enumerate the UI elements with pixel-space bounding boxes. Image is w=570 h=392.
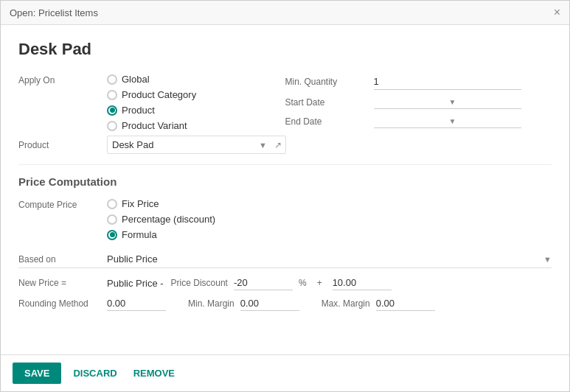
radio-percentage-circle	[107, 214, 117, 225]
min-margin-group: Min. Margin	[188, 296, 299, 311]
max-margin-input[interactable]	[376, 296, 435, 311]
min-margin-label: Min. Margin	[188, 298, 234, 309]
radio-fix-price[interactable]: Fix Price	[107, 198, 552, 209]
based-on-value: Public Price	[107, 253, 543, 265]
radio-percentage-label: Percentage (discount)	[122, 214, 215, 225]
rounding-label: Rounding Method	[18, 298, 107, 309]
product-external-link-icon[interactable]: ↗	[271, 137, 285, 153]
end-date-label: End Date	[285, 116, 374, 127]
dialog-title: Open: Pricelist Items	[10, 7, 98, 18]
radio-global[interactable]: Global	[107, 74, 285, 85]
compute-price-options: Fix Price Percentage (discount) Formula	[107, 198, 552, 240]
new-price-label: New Price =	[18, 278, 107, 288]
radio-product-category-label: Product Category	[122, 89, 196, 100]
product-input[interactable]	[108, 136, 255, 153]
section-divider	[18, 164, 552, 165]
apply-on-options: Global Product Category Product Pro	[107, 74, 285, 131]
max-margin-group: Max. Margin	[322, 296, 435, 311]
radio-formula-circle	[107, 230, 117, 240]
start-date-arrow-icon: ▼	[449, 98, 521, 106]
compute-price-row: Compute Price Fix Price Percentage (disc…	[18, 198, 552, 240]
min-quantity-label: Min. Quantity	[285, 77, 374, 87]
date-section: Min. Quantity Start Date ▼ End D	[285, 74, 552, 136]
title-bar: Open: Pricelist Items ×	[1, 1, 569, 25]
min-quantity-row: Min. Quantity	[285, 74, 552, 90]
start-date-label: Start Date	[285, 97, 374, 108]
end-date-arrow-icon: ▼	[449, 117, 521, 125]
percent-unit-label: %	[299, 278, 307, 288]
price-computation-title: Price Computation	[18, 175, 552, 188]
footer: SAVE DISCARD REMOVE	[1, 354, 569, 391]
radio-product-variant-circle	[107, 121, 117, 131]
radio-product-circle	[107, 105, 117, 116]
end-date-dropdown[interactable]: ▼	[374, 115, 521, 128]
based-on-row: Based on Public Price ▼	[18, 253, 552, 268]
radio-product-variant-label: Product Variant	[122, 120, 187, 131]
radio-fix-price-circle	[107, 199, 117, 209]
main-content: Desk Pad Apply On Global Product Categor…	[1, 25, 569, 354]
apply-on-section: Apply On Global Product Category Prod	[18, 74, 285, 136]
end-date-row: End Date ▼	[285, 115, 552, 128]
radio-product-category[interactable]: Product Category	[107, 89, 285, 100]
price-discount-label: Price Discount	[171, 278, 228, 288]
radio-global-circle	[107, 74, 117, 85]
new-price-value: Public Price -	[107, 278, 164, 289]
apply-on-row: Apply On Global Product Category Prod	[18, 74, 285, 131]
start-date-dropdown[interactable]: ▼	[374, 96, 521, 109]
top-section: Apply On Global Product Category Prod	[18, 74, 552, 136]
apply-on-label: Apply On	[18, 74, 107, 85]
radio-global-label: Global	[122, 74, 150, 85]
close-button[interactable]: ×	[554, 7, 560, 18]
product-input-wrap: ▼ ↗	[107, 136, 286, 154]
radio-product-variant[interactable]: Product Variant	[107, 120, 285, 131]
min-quantity-input[interactable]	[374, 74, 521, 90]
based-on-label: Based on	[18, 254, 107, 265]
page-title: Desk Pad	[18, 40, 552, 59]
min-margin-input[interactable]	[240, 296, 299, 311]
radio-product-category-circle	[107, 90, 117, 100]
radio-percentage[interactable]: Percentage (discount)	[107, 214, 552, 225]
price-extra-input[interactable]	[333, 276, 392, 290]
start-date-row: Start Date ▼	[285, 96, 552, 109]
start-date-value: ▼	[374, 96, 552, 109]
min-quantity-value	[374, 74, 552, 90]
based-on-arrow-icon[interactable]: ▼	[543, 255, 552, 264]
dialog-window: Open: Pricelist Items × Desk Pad Apply O…	[0, 0, 570, 392]
rounding-input[interactable]	[107, 296, 166, 311]
radio-formula-label: Formula	[122, 229, 157, 240]
rounding-row: Rounding Method Min. Margin Max. Margin	[18, 296, 552, 311]
compute-price-label: Compute Price	[18, 198, 107, 210]
product-row: Product ▼ ↗	[18, 136, 552, 154]
price-discount-input[interactable]	[234, 276, 293, 290]
save-button[interactable]: SAVE	[13, 363, 61, 384]
discard-button[interactable]: DISCARD	[69, 363, 121, 384]
product-dropdown-arrow-icon[interactable]: ▼	[255, 138, 271, 153]
end-date-value: ▼	[374, 115, 552, 128]
radio-fix-price-label: Fix Price	[122, 198, 159, 209]
radio-formula[interactable]: Formula	[107, 229, 552, 240]
product-field-label: Product	[18, 140, 107, 150]
radio-product[interactable]: Product	[107, 105, 285, 116]
radio-product-label: Product	[122, 105, 155, 116]
price-discount-fields: Price Discount % +	[171, 276, 552, 290]
plus-label: +	[317, 278, 322, 288]
new-price-row: New Price = Public Price - Price Discoun…	[18, 276, 552, 290]
remove-button[interactable]: REMOVE	[129, 363, 179, 384]
max-margin-label: Max. Margin	[322, 298, 370, 309]
